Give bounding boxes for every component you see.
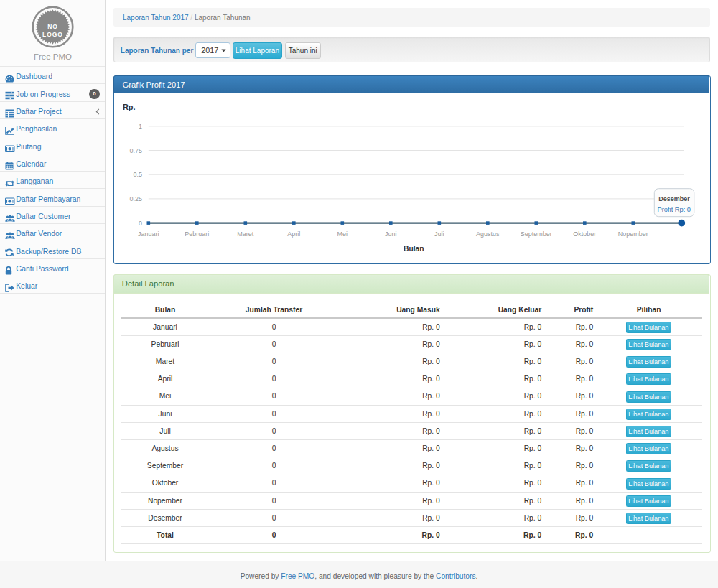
svg-text:Profit Rp: 0: Profit Rp: 0	[657, 206, 691, 213]
svg-text:Pebruari: Pebruari	[185, 230, 209, 238]
svg-text:0: 0	[139, 220, 142, 227]
svg-text:Januari: Januari	[138, 230, 159, 238]
svg-text:0.75: 0.75	[129, 147, 142, 154]
svg-text:April: April	[287, 230, 300, 238]
svg-text:Maret: Maret	[237, 230, 254, 238]
svg-text:LOGO: LOGO	[42, 31, 63, 38]
svg-text:Rp.: Rp.	[123, 103, 136, 111]
svg-text:Desember: Desember	[658, 195, 690, 202]
svg-text:Mei: Mei	[337, 230, 348, 238]
svg-text:Agustus: Agustus	[476, 230, 500, 238]
svg-text:September: September	[520, 230, 551, 238]
svg-text:Oktober: Oktober	[573, 230, 596, 238]
svg-text:NO: NO	[47, 23, 58, 30]
svg-text:0.5: 0.5	[133, 171, 142, 178]
svg-text:Juni: Juni	[385, 230, 397, 238]
svg-text:1: 1	[139, 123, 142, 130]
svg-text:Nopember: Nopember	[617, 230, 648, 238]
svg-text:Bulan: Bulan	[404, 246, 424, 253]
svg-text:0.25: 0.25	[129, 195, 142, 202]
svg-text:Juli: Juli	[434, 230, 444, 238]
